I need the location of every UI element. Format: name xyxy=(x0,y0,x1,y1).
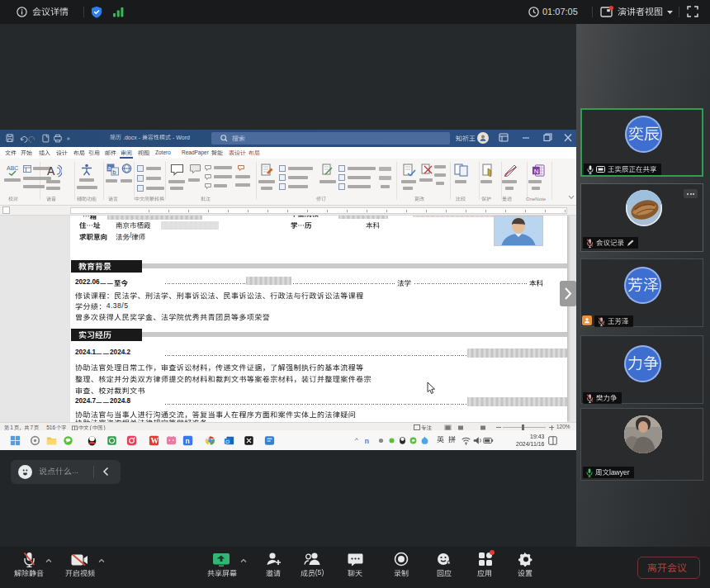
svg-text:a: a xyxy=(108,165,111,171)
svg-text:b: b xyxy=(113,169,116,175)
svg-text:A: A xyxy=(47,164,55,178)
svg-text:ABC: ABC xyxy=(7,165,18,171)
svg-text:n: n xyxy=(185,437,189,445)
svg-text:N: N xyxy=(534,168,539,175)
svg-text:W: W xyxy=(151,437,159,445)
svg-text:n: n xyxy=(365,437,369,445)
svg-text:O: O xyxy=(225,439,230,444)
